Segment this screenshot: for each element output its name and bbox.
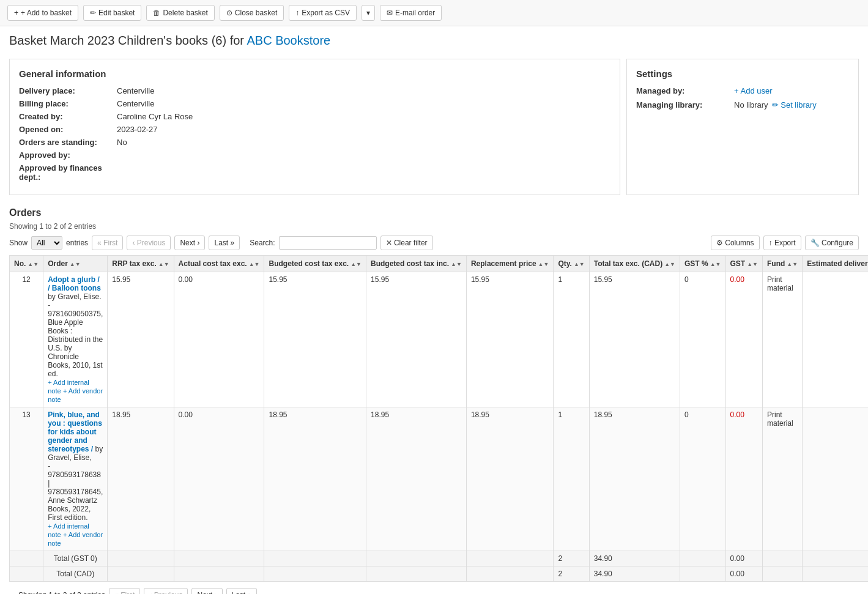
row-gst-pct-2: 0 — [680, 407, 726, 551]
row-order: Pink, blue, and you : questions for kids… — [43, 407, 108, 551]
row-replacement-2: 18.95 — [466, 407, 554, 551]
row-order: Adopt a glurb / / Balloon toons by Grave… — [43, 272, 108, 407]
approved-by-label: Approved by: — [19, 150, 117, 160]
export-csv-button[interactable]: ↑ Export as CSV — [289, 5, 357, 21]
approved-finances-value — [117, 163, 610, 182]
row-actual-cost: 0.00 — [174, 272, 264, 407]
opened-on-row: Opened on: 2023-02-27 — [19, 125, 610, 134]
col-qty[interactable]: Qty.▲▼ — [554, 256, 589, 272]
total-cad-label: Total (CAD) — [43, 566, 108, 582]
approved-by-value — [117, 150, 610, 160]
total-gst-label: Total (GST 0) — [43, 551, 108, 566]
managing-library-label: Managing library: — [636, 100, 734, 110]
show-label: Show — [9, 239, 28, 247]
next-button-bottom[interactable]: Next › — [191, 588, 222, 594]
opened-on-label: Opened on: — [19, 125, 117, 134]
orders-section: Orders Showing 1 to 2 of 2 entries Show … — [0, 201, 868, 594]
previous-button-bottom[interactable]: ‹ Previous — [144, 588, 188, 594]
managing-library-row: Managing library: No library ✏ Set libra… — [636, 100, 849, 110]
delivery-place-label: Delivery place: — [19, 86, 117, 95]
panels-container: General information Delivery place: Cent… — [0, 53, 868, 201]
total-cad-row: Total (CAD) 2 34.90 0.00 — [10, 566, 869, 582]
general-info-panel: General information Delivery place: Cent… — [9, 59, 620, 195]
total-gst-row: Total (GST 0) 2 34.90 0.00 — [10, 551, 869, 566]
col-rrp[interactable]: RRP tax exc.▲▼ — [108, 256, 174, 272]
col-gst-pct[interactable]: GST %▲▼ — [680, 256, 726, 272]
previous-button-top[interactable]: ‹ Previous — [127, 236, 171, 250]
first-button-top[interactable]: « First — [92, 236, 123, 250]
prev-icon: ‹ — [132, 239, 135, 247]
controls-bar: Show All 10 25 50 100 entries « First ‹ … — [9, 236, 859, 250]
trash-icon: 🗑 — [153, 9, 160, 17]
next-button-top[interactable]: Next › — [174, 236, 205, 250]
table-row: 13 Pink, blue, and you : questions for k… — [10, 407, 869, 551]
prev-icon-bottom: ‹ — [149, 591, 152, 594]
col-fund[interactable]: Fund▲▼ — [763, 256, 803, 272]
created-by-label: Created by: — [19, 112, 117, 121]
table-row: 12 Adopt a glurb / / Balloon toons by Gr… — [10, 272, 869, 407]
clear-filter-button[interactable]: ✕ Clear filter — [380, 236, 433, 250]
entries-label: entries — [66, 239, 88, 247]
add-to-basket-button[interactable]: + + Add to basket — [7, 5, 78, 21]
toolbar: + + Add to basket ✏ Edit basket 🗑 Delete… — [0, 0, 868, 26]
order-details: - 9781609050375, Blue Apple Books : Dist… — [48, 301, 103, 378]
next-icon: › — [197, 239, 199, 247]
configure-icon: 🔧 — [811, 239, 820, 247]
settings-title: Settings — [636, 69, 849, 79]
billing-place-row: Billing place: Centerville — [19, 99, 610, 108]
bookstore-link[interactable]: ABC Bookstore — [247, 34, 330, 47]
delete-basket-button[interactable]: 🗑 Delete basket — [146, 5, 214, 21]
email-order-button[interactable]: ✉ E-mail order — [380, 5, 442, 21]
order-title-link[interactable]: Adopt a glurb / / Balloon toons — [48, 275, 101, 292]
showing-text-top: Showing 1 to 2 of 2 entries — [9, 222, 859, 231]
col-order[interactable]: Order▲▼ — [43, 256, 108, 272]
next-icon-bottom: › — [215, 591, 217, 594]
first-icon-bottom: « — [114, 591, 119, 594]
order-title-link-2[interactable]: Pink, blue, and you : questions for kids… — [48, 410, 102, 453]
row-total: 15.95 — [589, 272, 680, 407]
delivery-place-value: Centerville — [117, 86, 610, 95]
row-no: 12 — [10, 272, 43, 407]
envelope-icon: ✉ — [387, 9, 393, 17]
col-gst[interactable]: GST▲▼ — [725, 256, 763, 272]
row-qty-2: 1 — [554, 407, 589, 551]
close-basket-button[interactable]: ⊙ Close basket — [220, 5, 284, 21]
row-no: 13 — [10, 407, 43, 551]
first-button-bottom[interactable]: « First — [109, 588, 140, 594]
edit-basket-button[interactable]: ✏ Edit basket — [83, 5, 141, 21]
col-total[interactable]: Total tax exc. (CAD)▲▼ — [589, 256, 680, 272]
managed-by-label: Managed by: — [636, 86, 734, 95]
last-icon: » — [231, 239, 235, 247]
orders-section-title: Orders — [9, 207, 859, 218]
search-input[interactable] — [279, 236, 377, 250]
columns-button[interactable]: ⚙ Columns — [711, 236, 760, 250]
col-budgeted-inc[interactable]: Budgeted cost tax inc.▲▼ — [366, 256, 467, 272]
total-gst-gst: 0.00 — [725, 551, 763, 566]
col-budgeted-exc[interactable]: Budgeted cost tax exc.▲▼ — [264, 256, 366, 272]
last-button-top[interactable]: Last » — [209, 236, 240, 250]
export-icon: ↑ — [769, 239, 773, 247]
plus-icon: + — [14, 9, 18, 17]
last-icon-bottom: » — [248, 591, 252, 594]
entries-select[interactable]: All 10 25 50 100 — [31, 236, 62, 250]
total-gst-qty: 2 — [554, 551, 589, 566]
col-delivery-date[interactable]: Estimated delivery date▲▼ — [803, 256, 868, 272]
bottom-bar: Showing 1 to 2 of 2 entries « First ‹ Pr… — [9, 582, 859, 594]
orders-standing-row: Orders are standing: No — [19, 138, 610, 147]
export-button[interactable]: ↑ Export — [763, 236, 801, 250]
created-by-value: Caroline Cyr La Rose — [117, 112, 610, 121]
set-library-link[interactable]: ✏ Set library — [772, 100, 817, 110]
add-user-link[interactable]: + Add user — [734, 86, 773, 95]
col-actual-cost[interactable]: Actual cost tax exc.▲▼ — [174, 256, 264, 272]
export-dropdown-button[interactable]: ▾ — [362, 5, 375, 21]
row-qty: 1 — [554, 272, 589, 407]
col-replacement[interactable]: Replacement price▲▼ — [466, 256, 554, 272]
configure-button[interactable]: 🔧 Configure — [805, 236, 859, 250]
row-rrp-2: 18.95 — [108, 407, 174, 551]
orders-standing-label: Orders are standing: — [19, 138, 117, 147]
opened-on-value: 2023-02-27 — [117, 125, 610, 134]
last-button-bottom[interactable]: Last » — [226, 588, 258, 594]
col-no[interactable]: No.▲▼ — [10, 256, 43, 272]
pencil-icon: ✏ — [90, 9, 96, 17]
managed-by-row: Managed by: + Add user — [636, 86, 849, 95]
